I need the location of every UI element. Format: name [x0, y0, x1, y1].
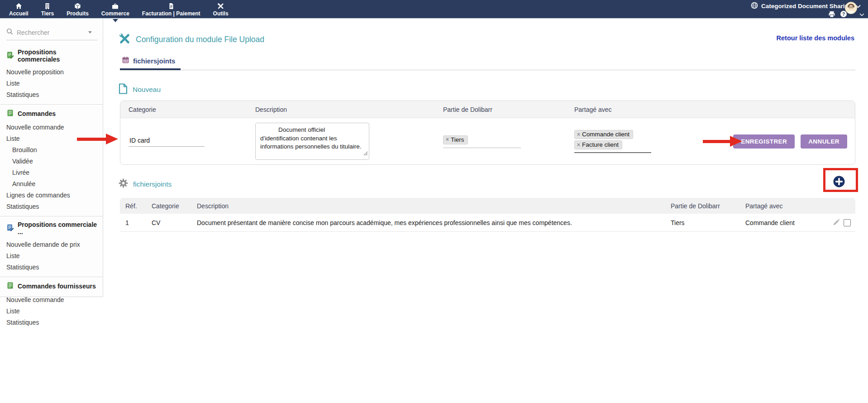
- company-dropdown[interactable]: Categorized Document Sharing: [751, 2, 861, 10]
- nav-item-outils[interactable]: Outils: [207, 0, 235, 19]
- sidebar-section-title: Propositions commerciales: [18, 48, 98, 63]
- tab-fichiersjoints[interactable]: fichiersjoints: [120, 53, 181, 70]
- main-menu: Accueil Tiers Produits Commerce: [3, 0, 235, 19]
- add-record-button[interactable]: [833, 175, 845, 188]
- nav-item-facturation[interactable]: Facturation | Paiement: [136, 0, 207, 19]
- new-section-header: Nouveau: [119, 83, 161, 96]
- column-header-categorie: Categorie: [120, 106, 247, 113]
- tag-label: Commande client: [582, 131, 630, 138]
- calendar-icon: [122, 56, 129, 66]
- nav-item-label: Accueil: [9, 10, 29, 17]
- file-signature-icon: [6, 51, 14, 60]
- tab-label: fichiersjoints: [133, 57, 175, 65]
- sidebar-section-title: Commandes fournisseurs: [18, 283, 96, 290]
- sidebar-item-liste[interactable]: Liste: [6, 77, 98, 89]
- select-row-checkbox[interactable]: [844, 219, 851, 226]
- sidebar-item-annulee[interactable]: Annulée: [6, 178, 98, 189]
- divider: [0, 277, 103, 277]
- sidebar-item-brouillon[interactable]: Brouillon: [6, 144, 98, 155]
- sidebar-item-statistiques[interactable]: Statistiques: [6, 201, 98, 212]
- back-to-modules-link[interactable]: Retour liste des modules: [777, 34, 854, 42]
- nav-item-label: Tiers: [41, 10, 54, 17]
- sidebar-item-liste[interactable]: Liste: [6, 250, 98, 261]
- sidebar-section-title: Commandes: [18, 110, 56, 117]
- briefcase-icon: [112, 3, 119, 10]
- sidebar-section-propositions-commerciale-fournisseurs[interactable]: Propositions commerciale ...: [6, 221, 98, 235]
- sidebar-item-statistiques[interactable]: Statistiques: [6, 89, 98, 100]
- top-navbar: Accueil Tiers Produits Commerce: [0, 0, 868, 19]
- sidebar-item-nouvelle-commande[interactable]: Nouvelle commande: [6, 294, 98, 305]
- quick-tools: ?: [828, 10, 847, 19]
- search-dropdown-caret-icon[interactable]: [88, 31, 92, 35]
- nav-item-commerce[interactable]: Commerce: [95, 0, 136, 19]
- new-record-form: Categorie Description Partie de Dolibarr…: [120, 101, 855, 165]
- cell-ref: 1: [120, 219, 146, 226]
- file-signature-icon: [6, 224, 14, 233]
- sidebar-section-commandes-fournisseurs[interactable]: Commandes fournisseurs: [6, 282, 98, 291]
- list-section-title: fichiersjoints: [133, 180, 172, 188]
- left-sidebar: Propositions commerciales Nouvelle propo…: [0, 19, 103, 297]
- sidebar-item-nouvelle-commande[interactable]: Nouvelle commande: [6, 121, 98, 133]
- edit-pencil-icon[interactable]: [833, 218, 840, 227]
- user-avatar[interactable]: [845, 2, 857, 14]
- remove-tag-icon[interactable]: ×: [577, 142, 580, 148]
- building-icon: [44, 3, 51, 10]
- nav-item-label: Facturation | Paiement: [142, 10, 200, 17]
- sidebar-item-validee[interactable]: Validée: [6, 155, 98, 167]
- tag-tiers: ×Tiers: [443, 135, 468, 144]
- description-text: Document officiel d’identification conte…: [260, 126, 362, 150]
- sidebar-item-statistiques[interactable]: Statistiques: [6, 261, 98, 273]
- sidebar-item-liste[interactable]: Liste: [6, 133, 98, 144]
- remove-tag-icon[interactable]: ×: [577, 131, 580, 138]
- gear-icon: [119, 178, 128, 190]
- table-header-row: Réf. Categorie Description Partie de Dol…: [120, 198, 855, 214]
- nav-item-label: Outils: [213, 10, 229, 17]
- cell-categorie: CV: [146, 219, 191, 226]
- list-section-header: fichiersjoints: [119, 178, 172, 190]
- column-header-partage-avec: Partagé avec: [740, 202, 821, 210]
- search-input[interactable]: [17, 29, 85, 36]
- column-header-description: Description: [247, 106, 435, 113]
- sidebar-item-statistiques[interactable]: Statistiques: [6, 317, 98, 328]
- sidebar-item-nouvelle-proposition[interactable]: Nouvelle proposition: [6, 66, 98, 77]
- column-header-ref: Réf.: [120, 202, 146, 210]
- box-icon: [74, 3, 81, 10]
- column-header-partage-avec: Partagé avec: [566, 106, 706, 113]
- svg-text:?: ?: [842, 11, 845, 17]
- cell-partie-de-dolibarr: Tiers: [665, 219, 740, 226]
- dolibarr-app: Accueil Tiers Produits Commerce: [0, 0, 868, 403]
- user-chevron-down-icon[interactable]: [859, 10, 864, 18]
- file-invoice-icon: [6, 282, 14, 291]
- divider: [0, 216, 103, 216]
- category-input[interactable]: [129, 136, 205, 147]
- nav-item-produits[interactable]: Produits: [60, 0, 95, 19]
- table-row: 1 CV Document présentant de manière conc…: [120, 214, 855, 232]
- sidebar-item-lignes-de-commandes[interactable]: Lignes de commandes: [6, 189, 98, 201]
- nav-item-tiers[interactable]: Tiers: [35, 0, 60, 19]
- description-textarea[interactable]: Document officiel d’identification conte…: [255, 123, 369, 160]
- save-button[interactable]: ENREGISTRER: [733, 134, 795, 149]
- sidebar-item-livree[interactable]: Livrée: [6, 167, 98, 178]
- resize-grip-icon[interactable]: [345, 150, 368, 158]
- tabs-bar: fichiersjoints: [120, 53, 855, 70]
- new-section-title: Nouveau: [133, 86, 161, 94]
- shared-with-select[interactable]: ×Commande client ×Facture client: [574, 130, 651, 153]
- column-header-partie-de-dolibarr: Partie de Dolibarr: [665, 202, 740, 210]
- sidebar-section-propositions-commerciales[interactable]: Propositions commerciales: [6, 48, 98, 63]
- form-header-row: Categorie Description Partie de Dolibarr…: [120, 101, 855, 118]
- cell-partage-avec: Commande client: [740, 219, 821, 226]
- sidebar-item-liste[interactable]: Liste: [6, 305, 98, 317]
- nav-item-label: Commerce: [101, 10, 129, 17]
- invoice-icon: [168, 3, 175, 10]
- file-invoice-icon: [6, 109, 14, 118]
- company-name: Categorized Document Sharing: [761, 3, 852, 10]
- file-icon: [119, 83, 128, 96]
- print-icon[interactable]: [828, 11, 835, 19]
- sidebar-item-nouvelle-demande-de-prix[interactable]: Nouvelle demande de prix: [6, 239, 98, 250]
- cancel-button[interactable]: ANNULER: [801, 134, 847, 149]
- nav-item-label: Produits: [67, 10, 89, 17]
- dolibarr-part-select[interactable]: ×Tiers: [443, 135, 521, 148]
- nav-item-accueil[interactable]: Accueil: [3, 0, 35, 19]
- remove-tag-icon[interactable]: ×: [446, 136, 449, 143]
- sidebar-section-commandes[interactable]: Commandes: [6, 109, 98, 118]
